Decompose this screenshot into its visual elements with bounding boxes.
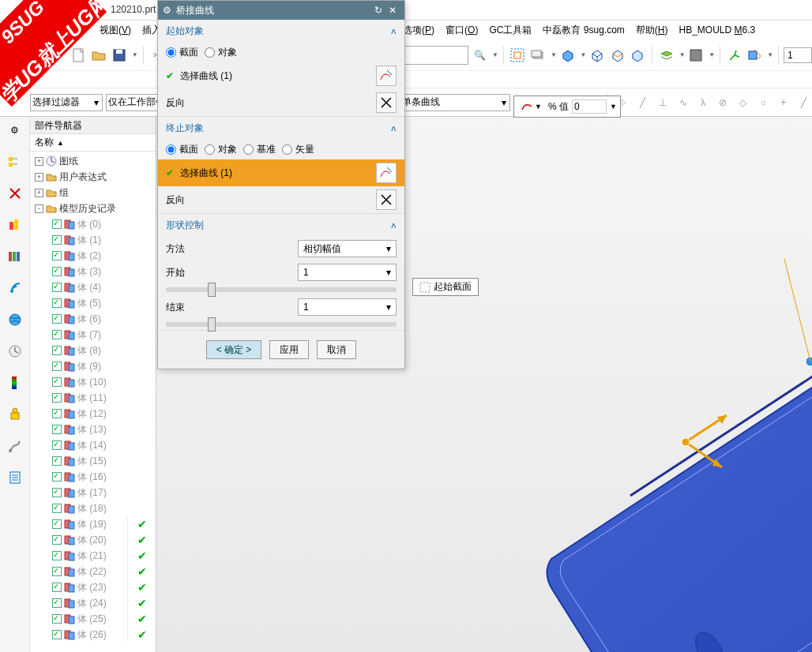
tree-body-item[interactable]: 体 (6): [30, 311, 156, 327]
wire2-icon[interactable]: [608, 44, 627, 66]
menu-hbmould[interactable]: HB_MOULD M6.3: [674, 23, 760, 37]
snap-6[interactable]: ⊘: [715, 92, 731, 114]
toggle-icon[interactable]: -: [35, 204, 43, 213]
tree-body-item[interactable]: 体 (10): [30, 374, 156, 390]
start-value[interactable]: 1▾: [298, 264, 397, 281]
checkbox[interactable]: [52, 409, 62, 418]
tree-body-item[interactable]: 体 (17): [30, 485, 156, 500]
tree-item[interactable]: +用户表达式: [30, 169, 156, 185]
menu-gc[interactable]: GC工具箱: [484, 22, 536, 39]
checkbox[interactable]: [52, 377, 62, 387]
tree-body-item[interactable]: 体 (12): [30, 406, 156, 422]
menu-edu[interactable]: 中磊教育 9sug.com: [538, 22, 629, 39]
pan-icon[interactable]: [528, 44, 547, 66]
tree-item[interactable]: +组: [30, 185, 156, 200]
menu-window[interactable]: 窗口(O): [441, 22, 483, 39]
gear-icon[interactable]: ⚙: [6, 122, 24, 139]
end-value[interactable]: 1▾: [298, 298, 397, 316]
toggle-icon[interactable]: +: [35, 189, 43, 197]
apply-button[interactable]: 应用: [269, 340, 309, 359]
toggle-icon[interactable]: +: [35, 173, 43, 182]
tree-body-item[interactable]: 体 (22): [30, 564, 127, 579]
section-end-object[interactable]: 终止对象ʌ: [158, 117, 404, 140]
tree-body-item[interactable]: 体 (5): [30, 295, 156, 311]
section-shape-control[interactable]: 形状控制ʌ: [158, 214, 404, 237]
tree-body-item[interactable]: 体 (14): [30, 437, 156, 453]
radio-object-1[interactable]: 对象: [205, 46, 237, 59]
menu-help[interactable]: 帮助(H): [631, 22, 673, 39]
tree-body-item[interactable]: 体 (0): [30, 216, 156, 232]
tree-body-item[interactable]: 体 (4): [30, 279, 156, 295]
checkbox[interactable]: [52, 346, 62, 355]
fit-icon[interactable]: [509, 44, 528, 66]
float-value-field[interactable]: [572, 99, 607, 114]
tree-body-item[interactable]: 体 (2): [30, 248, 156, 264]
tree-item[interactable]: -模型历史记录: [30, 200, 156, 216]
checkbox[interactable]: [52, 567, 62, 576]
checkbox[interactable]: [52, 425, 62, 434]
tree-body-item[interactable]: 体 (1): [30, 232, 156, 248]
tree-body-item[interactable]: 体 (19): [30, 516, 127, 532]
save-dropdown[interactable]: ▼: [132, 51, 138, 58]
checkbox[interactable]: [52, 314, 62, 324]
checkbox[interactable]: [52, 488, 62, 497]
menu-view[interactable]: 视图(V): [95, 22, 136, 39]
tree-body-item[interactable]: 体 (13): [30, 422, 156, 437]
radio-section-1[interactable]: 截面: [166, 46, 198, 59]
checkbox[interactable]: [52, 362, 62, 371]
checkbox[interactable]: [52, 235, 62, 245]
end-slider[interactable]: [166, 322, 397, 327]
checkbox[interactable]: [52, 504, 62, 513]
checkbox[interactable]: [52, 219, 62, 229]
cancel-button[interactable]: 取消: [317, 340, 356, 359]
nav-tree[interactable]: +图纸+用户表达式+组-模型历史记录体 (0)体 (1)体 (2)体 (3)体 …: [30, 152, 156, 652]
snap-3[interactable]: ⊥: [654, 92, 671, 114]
method-select[interactable]: 相切幅值▾: [298, 240, 397, 257]
dialog-titlebar[interactable]: ⚙ 桥接曲线 ↻ ✕: [158, 1, 404, 20]
search-icon[interactable]: 🔍: [470, 44, 489, 66]
checkbox[interactable]: [52, 535, 62, 545]
checkbox[interactable]: [52, 551, 62, 560]
snap-10[interactable]: ╱: [795, 92, 812, 114]
clock-icon[interactable]: [6, 343, 24, 360]
nav-column-header[interactable]: 名称▲: [30, 134, 156, 152]
tree-body-item[interactable]: 体 (20): [30, 532, 127, 548]
curve-filter[interactable]: 单条曲线▾: [400, 94, 510, 111]
checkbox[interactable]: [52, 472, 62, 482]
tree-item[interactable]: +图纸: [30, 153, 156, 169]
arm-icon[interactable]: [6, 437, 24, 455]
tree-body-item[interactable]: 体 (11): [30, 390, 156, 406]
tree-body-item[interactable]: 体 (21): [30, 548, 127, 564]
trim-icon[interactable]: [746, 44, 765, 66]
toggle-icon[interactable]: +: [35, 157, 43, 166]
snap-2[interactable]: ╱: [634, 92, 651, 114]
wifi-icon[interactable]: [6, 279, 24, 297]
globe-icon[interactable]: [6, 311, 24, 328]
checkbox[interactable]: [52, 630, 62, 639]
color-icon[interactable]: [687, 44, 706, 66]
reset-icon[interactable]: ↻: [371, 3, 385, 17]
reuse-icon[interactable]: [6, 216, 24, 234]
radio-datum[interactable]: 基准: [243, 143, 276, 156]
section-start-object[interactable]: 起始对象ʌ: [158, 20, 404, 43]
tree-body-item[interactable]: 体 (23): [30, 579, 127, 595]
tree-body-item[interactable]: 体 (26): [30, 627, 127, 643]
tree-body-item[interactable]: 体 (16): [30, 469, 156, 485]
nav-icon[interactable]: [6, 153, 24, 170]
checkbox[interactable]: [52, 440, 62, 450]
gradient-icon[interactable]: [6, 374, 24, 392]
snap-9[interactable]: +: [775, 92, 791, 114]
robot-icon[interactable]: [6, 406, 24, 423]
books-icon[interactable]: [6, 248, 24, 265]
wcs-icon[interactable]: [725, 44, 744, 66]
checkbox[interactable]: [52, 251, 62, 260]
tree-body-item[interactable]: 体 (24): [30, 595, 127, 611]
shade-icon[interactable]: [558, 44, 577, 66]
save-icon[interactable]: [110, 44, 129, 66]
radio-vector[interactable]: 矢量: [282, 143, 314, 156]
start-select-curve[interactable]: ✔ 选择曲线 (1): [158, 62, 404, 89]
close-icon[interactable]: ✕: [385, 3, 400, 17]
tree-body-item[interactable]: 体 (8): [30, 343, 156, 358]
checkbox[interactable]: [52, 393, 62, 403]
start-slider[interactable]: [166, 287, 397, 292]
